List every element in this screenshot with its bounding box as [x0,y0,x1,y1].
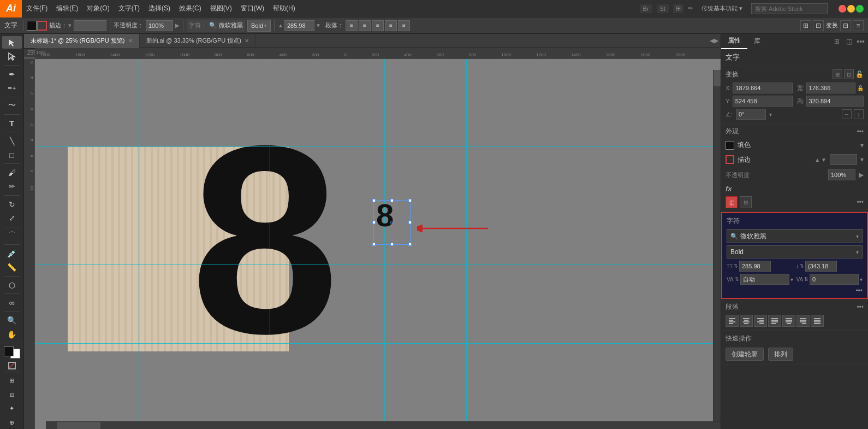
bridge-icon[interactable]: Br [640,4,652,13]
transform-lock-icon[interactable]: 🔓 [855,70,864,78]
font-name-display[interactable]: 微软雅黑 [219,21,243,30]
x-value[interactable]: 1879.664 [733,83,792,93]
window-max-btn[interactable] [856,5,864,13]
menu-file[interactable]: 文件(F) [22,0,52,17]
para-justify-center[interactable]: ≡ [398,20,410,31]
window-close-btn[interactable] [839,5,846,13]
line-tool[interactable]: ╲ [2,134,22,147]
tab-overflow-btn[interactable]: ◀▶ [710,37,718,44]
stroke-value[interactable] [830,154,857,165]
flip-v-icon[interactable]: ↕ [854,109,864,119]
hscroll-thumb[interactable] [57,422,100,429]
menu-text[interactable]: 文字(T) [114,0,144,17]
stroke-down[interactable]: ▼ [821,157,827,163]
canvas-container[interactable]: 1800 18001600140012001000 8006004002000 … [24,48,721,429]
search-stock-input[interactable] [751,3,828,14]
char-leading-value[interactable]: (343.18 [805,261,837,272]
panel-three-dots[interactable]: ••• [855,37,866,46]
w-value[interactable]: 176.366 [806,83,855,93]
type-tool[interactable]: T [2,117,22,130]
hand-tool[interactable]: ✋ [2,328,22,340]
stock-icon[interactable]: St [657,4,669,13]
font-style-dropdown[interactable]: Bold ▾ [247,20,271,32]
window-min-btn[interactable] [847,5,855,13]
angle-dropdown-arrow[interactable]: ▾ [769,111,772,117]
stroke-color-field[interactable] [74,20,106,31]
menu-view[interactable]: 视图(V) [206,0,236,17]
tab-1[interactable]: 新的.ai @ 33.33% (RGB/GPU 预览) ✕ [140,34,256,48]
menu-select[interactable]: 选择(S) [144,0,175,17]
para-align-left[interactable]: ≡ [346,20,358,31]
tab-0[interactable]: 未标题-1* @ 25% (RGB/GPU 预览) ✕ [24,34,140,48]
color-swatches[interactable] [4,346,20,359]
curvature-tool[interactable]: 〜 [2,99,22,112]
tracking-dropdown-arrow[interactable]: ▾ [790,277,793,283]
font-size-input[interactable]: 285.98 [284,20,314,31]
arrange-icon-panel[interactable]: ⊟ [740,196,752,208]
char-style-dropdown[interactable]: Bold ▾ [727,245,863,258]
para-align-left-btn[interactable] [726,315,739,327]
pencil-tool[interactable]: ✏ [2,180,22,193]
para-align-right-btn[interactable] [754,315,767,327]
char-font-dropdown-arrow[interactable]: ▾ [856,233,859,239]
appearance-three-dots[interactable]: ••• [857,128,864,136]
opacity-appear-arrow[interactable]: ▶ [859,171,864,179]
handle-bottom-left[interactable] [372,243,376,246]
layers-three-dots[interactable]: ••• [857,198,864,206]
fill-color-swatch[interactable] [27,21,37,31]
para-justify-all-btn[interactable] [811,315,824,327]
kerning-dropdown-arrow[interactable]: ▾ [860,277,863,283]
transform-icon-2[interactable]: ⊡ [844,69,854,79]
menu-edit[interactable]: 编辑(E) [52,0,82,17]
opacity-appear-value[interactable]: 100% [828,169,855,180]
selection-tool[interactable] [2,36,22,49]
flip-h-icon[interactable]: ↔ [842,109,852,119]
para-three-dots[interactable]: ••• [857,303,864,311]
canvas-viewport[interactable]: 8 8 [35,59,721,429]
warp-tool[interactable]: ⌒ [2,230,22,242]
eyedropper-tool[interactable]: 💉 [2,247,22,260]
char-tracking-value[interactable]: 自动 [740,274,789,285]
handle-bottom-right[interactable] [408,243,412,246]
para-justify-right-btn[interactable] [796,315,810,327]
para-align-center[interactable]: ≡ [359,20,371,31]
angle-value[interactable]: 0° [736,109,766,120]
handle-top-left[interactable] [372,199,376,202]
magic-wand-tool[interactable]: ✦ [2,402,22,415]
arrange-btn[interactable]: 排列 [768,348,793,361]
pen-icon[interactable]: ✏ [688,5,693,12]
y-value[interactable]: 524.458 [733,96,793,107]
gradient-tool[interactable]: ⬡ [2,279,22,291]
para-justify-left-btn[interactable] [768,315,781,327]
handle-mid-right[interactable] [408,221,412,224]
w-lock-icon[interactable]: 🔓 [857,85,864,91]
paintbrush-tool[interactable]: 🖌 [2,166,22,179]
para-align-center-btn[interactable] [740,315,753,327]
grid-icon[interactable]: ⊞ [673,4,683,13]
handle-top-right[interactable] [408,199,412,202]
create-outline-btn[interactable]: 创建轮廓 [726,348,764,361]
para-align-right[interactable]: ≡ [372,20,384,31]
measure-tool[interactable]: 📏 [2,261,22,274]
panel-tab-properties[interactable]: 属性 [721,34,747,49]
menu-effect[interactable]: 效果(C) [175,0,206,17]
para-justify-center-btn[interactable] [782,315,795,327]
selected-text-object[interactable]: 8 [373,200,411,245]
tab-1-close[interactable]: ✕ [245,38,249,44]
add-anchor-tool[interactable]: ✒+ [2,81,22,94]
stroke-dropdown-btn[interactable]: ▾ [860,156,864,163]
properties-icon[interactable]: ≡ [853,20,864,31]
opacity-value[interactable]: 100% [146,20,173,31]
para-justify-left[interactable]: ≡ [385,20,397,31]
no-fill-btn[interactable] [8,362,16,369]
menu-window[interactable]: 窗口(W) [236,0,269,17]
rectangle-tool[interactable]: □ [2,149,22,161]
fill-dropdown[interactable]: ▾ [860,142,864,149]
fill-stroke-colors[interactable] [27,21,47,31]
symbol-tool[interactable]: ⊕ [2,416,22,428]
panel-icon-1[interactable]: ⊞ [831,36,842,47]
char-font-search[interactable]: 🔍 微软雅黑 ▾ [727,229,863,243]
scale-tool[interactable]: ⤢ [2,211,22,224]
pen-tool[interactable]: ✒ [2,68,22,80]
panel-tab-libraries[interactable]: 库 [747,34,767,49]
